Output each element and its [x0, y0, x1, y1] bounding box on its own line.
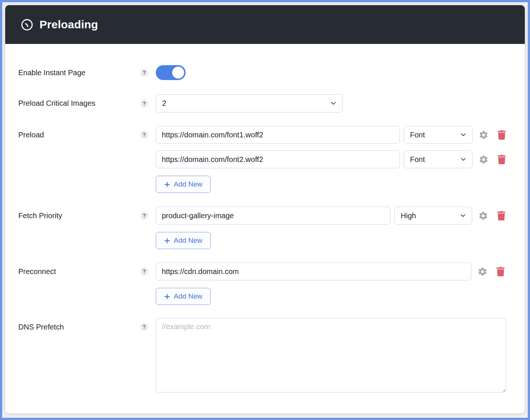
trash-icon — [496, 267, 505, 276]
add-new-label: Add New — [174, 180, 202, 188]
settings-button[interactable] — [479, 130, 489, 140]
help-icon[interactable]: ? — [140, 267, 148, 276]
selected-value: High — [401, 211, 416, 220]
trash-icon — [498, 130, 506, 140]
selected-value: 2 — [162, 99, 166, 108]
preconnect-entry-row — [156, 262, 505, 280]
settings-button[interactable] — [477, 267, 488, 277]
fetch-priority-entry-row: High — [156, 207, 505, 225]
gear-icon — [479, 130, 489, 140]
clock-icon — [21, 19, 33, 31]
gear-icon — [479, 155, 489, 165]
help-icon[interactable]: ? — [140, 211, 148, 220]
plus-icon — [164, 181, 170, 188]
panel-title: Preloading — [40, 18, 98, 31]
field-label: DNS Prefetch — [18, 323, 64, 331]
instant-page-toggle[interactable] — [156, 65, 186, 80]
gear-icon — [478, 211, 488, 221]
preload-type-select[interactable]: Font — [404, 150, 473, 168]
delete-button[interactable] — [498, 155, 506, 164]
fetch-priority-level-select[interactable]: High — [394, 207, 472, 225]
field-label: Preconnect — [18, 267, 56, 276]
fetch-priority-add-new-button[interactable]: Add New — [156, 232, 211, 249]
preload-add-new-button[interactable]: Add New — [156, 176, 211, 193]
preload-entry-row: Font — [156, 126, 506, 144]
chevron-down-icon — [460, 131, 467, 139]
selected-value: Font — [410, 155, 425, 164]
help-icon[interactable]: ? — [140, 99, 148, 108]
fetch-priority-selector-input[interactable] — [156, 207, 391, 225]
delete-button[interactable] — [496, 267, 505, 276]
field-row-instant-page: Enable Instant Page ? — [18, 65, 506, 80]
plus-icon — [164, 238, 170, 244]
help-icon[interactable]: ? — [140, 323, 148, 331]
add-new-label: Add New — [174, 292, 202, 300]
panel-header: Preloading — [5, 5, 525, 44]
chevron-down-icon — [459, 212, 467, 219]
field-row-fetch-priority: Fetch Priority ? High — [18, 207, 506, 249]
help-icon[interactable]: ? — [140, 131, 148, 139]
preload-url-input[interactable] — [156, 126, 400, 144]
field-label: Preload Critical Images — [18, 99, 95, 108]
field-label: Fetch Priority — [18, 211, 62, 220]
preloading-settings-panel: Preloading Enable Instant Page ? Preload… — [5, 5, 525, 413]
plus-icon — [164, 293, 170, 300]
field-label: Enable Instant Page — [18, 69, 85, 77]
gear-icon — [477, 267, 488, 277]
field-row-preload: Preload ? Font — [18, 126, 506, 193]
settings-button[interactable] — [479, 155, 489, 165]
toggle-knob — [172, 67, 184, 79]
settings-button[interactable] — [478, 211, 488, 221]
dns-prefetch-textarea[interactable] — [156, 318, 506, 392]
help-icon[interactable]: ? — [140, 69, 148, 77]
chevron-down-icon — [329, 99, 337, 107]
preload-entry-row: Font — [156, 150, 506, 168]
preconnect-add-new-button[interactable]: Add New — [156, 288, 211, 305]
preconnect-url-input[interactable] — [156, 262, 471, 280]
add-new-label: Add New — [174, 236, 202, 245]
field-label: Preload — [18, 131, 44, 139]
panel-body: Enable Instant Page ? Preload Critical I… — [5, 44, 525, 392]
trash-icon — [497, 211, 505, 220]
preload-url-input[interactable] — [156, 150, 400, 168]
critical-images-select[interactable]: 2 — [156, 94, 343, 112]
delete-button[interactable] — [498, 130, 506, 140]
selected-value: Font — [410, 131, 425, 139]
trash-icon — [498, 155, 506, 164]
field-row-critical-images: Preload Critical Images ? 2 — [18, 94, 506, 112]
field-row-dns-prefetch: DNS Prefetch ? — [18, 318, 506, 392]
chevron-down-icon — [460, 156, 467, 163]
preload-type-select[interactable]: Font — [404, 126, 473, 144]
field-row-preconnect: Preconnect ? Add New — [18, 262, 506, 305]
delete-button[interactable] — [497, 211, 505, 220]
